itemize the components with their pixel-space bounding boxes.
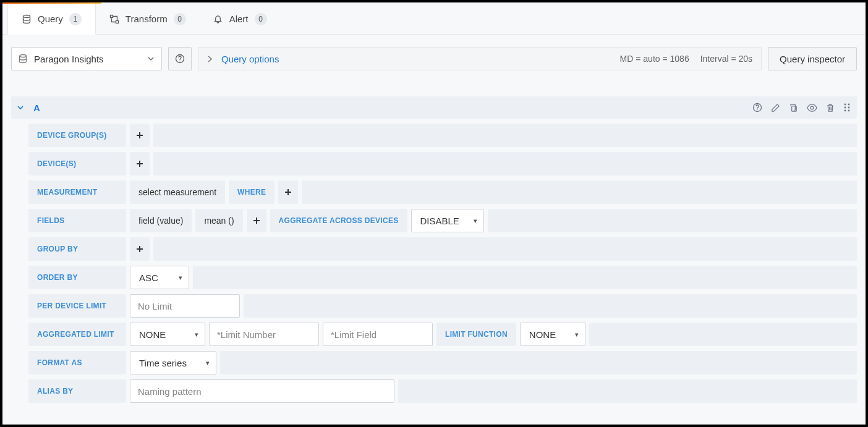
svg-point-3	[20, 55, 27, 57]
transform-icon	[109, 14, 119, 24]
tab-transform-count: 0	[174, 13, 186, 25]
database-icon	[22, 14, 32, 24]
order-by-area	[193, 266, 857, 289]
svg-point-15	[848, 110, 850, 112]
chevron-down-icon	[148, 56, 154, 62]
svg-point-0	[23, 15, 30, 17]
tab-alert[interactable]: Alert 0	[200, 4, 281, 35]
aggregate-across-value: DISABLE	[420, 216, 459, 226]
editor-tabs: Query 1 Transform 0 Alert	[2, 4, 866, 35]
label-measurement: MEASUREMENT	[28, 180, 126, 204]
tab-alert-label: Alert	[229, 14, 249, 24]
order-by-value: ASC	[139, 273, 158, 283]
chevron-down-icon: ▾	[474, 217, 477, 225]
limit-function-select[interactable]: NONE ▾	[520, 323, 585, 346]
svg-point-12	[845, 107, 846, 109]
query-letter: A	[33, 103, 40, 113]
datasource-help-button[interactable]	[168, 47, 192, 70]
help-icon	[175, 54, 185, 64]
label-order-by: ORDER BY	[28, 266, 126, 289]
agg-limit-area	[589, 323, 857, 346]
add-field-button[interactable]	[247, 209, 266, 232]
query-delete-button[interactable]	[826, 103, 835, 112]
aggregated-limit-select[interactable]: NONE ▾	[130, 323, 205, 346]
tab-query-label: Query	[38, 14, 63, 24]
limit-function-value: NONE	[529, 329, 556, 340]
tab-query-count: 1	[69, 13, 82, 25]
per-device-limit-area	[244, 294, 857, 318]
label-per-device-limit: PER DEVICE LIMIT	[28, 294, 126, 318]
stat-interval: Interval = 20s	[700, 54, 752, 64]
chevron-down-icon: ▾	[195, 331, 198, 339]
query-edit-button[interactable]	[771, 103, 780, 112]
field-value-chip[interactable]: field (value)	[130, 209, 192, 232]
svg-point-9	[811, 106, 814, 109]
format-as-value: Time series	[139, 358, 187, 368]
query-copy-button[interactable]	[789, 103, 798, 112]
devices-area[interactable]	[153, 152, 857, 175]
label-format-as: FORMAT AS	[28, 351, 126, 374]
svg-point-7	[757, 109, 757, 110]
add-where-button[interactable]	[278, 180, 298, 204]
label-group-by: GROUP BY	[28, 237, 126, 261]
add-device-button[interactable]	[130, 152, 150, 175]
chevron-down-icon: ▾	[206, 359, 210, 367]
svg-point-11	[848, 104, 850, 106]
label-fields: FIELDS	[28, 209, 126, 232]
order-by-select[interactable]: ASC ▾	[130, 266, 189, 289]
measurement-select[interactable]: select measurement	[130, 180, 225, 204]
query-row-header[interactable]: A	[11, 96, 857, 119]
aggregate-across-select[interactable]: DISABLE ▾	[411, 209, 484, 232]
label-aggregate-across: AGGREGATE ACROSS DEVICES	[270, 209, 407, 232]
device-groups-area[interactable]	[153, 124, 857, 147]
field-mean-chip[interactable]: mean ()	[195, 209, 242, 232]
label-device-groups: DEVICE GROUP(S)	[28, 124, 126, 147]
query-visibility-button[interactable]	[807, 103, 817, 112]
chevron-down-icon	[17, 104, 23, 111]
bell-icon	[213, 14, 223, 24]
add-device-group-button[interactable]	[130, 124, 150, 147]
query-toolbar: Paragon Insights Query options MD = auto…	[2, 35, 866, 78]
tab-alert-count: 0	[255, 13, 267, 25]
label-devices: DEVICE(S)	[28, 152, 126, 175]
tab-transform-label: Transform	[126, 14, 168, 24]
chevron-down-icon: ▾	[575, 331, 579, 339]
fields-area	[488, 209, 857, 232]
query-inspector-label: Query inspector	[780, 54, 845, 64]
chevron-right-icon	[207, 56, 213, 62]
alias-by-input[interactable]	[130, 379, 394, 403]
query-inspector-button[interactable]: Query inspector	[768, 47, 857, 70]
label-limit-function: LIMIT FUNCTION	[436, 323, 516, 346]
stat-md: MD = auto = 1086	[620, 54, 689, 64]
format-as-area	[220, 351, 857, 374]
alias-by-area	[398, 379, 857, 403]
label-where: WHERE	[229, 180, 274, 204]
tab-transform[interactable]: Transform 0	[96, 4, 200, 35]
format-as-select[interactable]: Time series ▾	[130, 351, 216, 374]
query-options-bar[interactable]: Query options MD = auto = 1086 Interval …	[198, 47, 762, 70]
svg-point-13	[848, 107, 850, 109]
query-help-button[interactable]	[752, 103, 762, 112]
svg-rect-1	[110, 15, 113, 17]
svg-point-14	[845, 110, 846, 112]
aggregated-limit-value: NONE	[139, 329, 166, 340]
database-icon	[18, 54, 28, 64]
limit-number-input[interactable]	[209, 323, 319, 346]
chevron-down-icon: ▾	[179, 274, 182, 282]
label-alias-by: ALIAS BY	[28, 379, 126, 403]
datasource-select[interactable]: Paragon Insights	[11, 47, 162, 70]
query-drag-handle[interactable]	[843, 103, 851, 112]
query-options-label: Query options	[221, 54, 279, 64]
tab-query[interactable]: Query 1	[7, 4, 96, 35]
svg-rect-2	[116, 20, 118, 23]
label-aggregated-limit: AGGREGATED LIMIT	[28, 323, 126, 346]
where-area[interactable]	[302, 180, 857, 204]
limit-field-input[interactable]	[323, 323, 433, 346]
svg-point-10	[845, 104, 846, 106]
group-by-area[interactable]	[153, 237, 857, 261]
datasource-name: Paragon Insights	[34, 54, 104, 64]
per-device-limit-input[interactable]	[130, 294, 240, 318]
add-group-by-button[interactable]	[130, 237, 150, 261]
svg-point-5	[179, 61, 180, 61]
